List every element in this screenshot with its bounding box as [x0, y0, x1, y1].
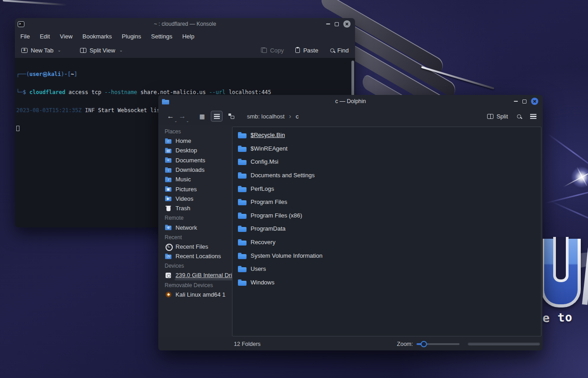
sidebar-section-header: Places	[165, 128, 232, 135]
file-name: Windows	[251, 279, 275, 286]
grid-view-icon: ▦	[199, 113, 205, 119]
maximize-button[interactable]	[522, 99, 526, 104]
dolphin-app-icon	[162, 99, 169, 104]
sidebar-section-header: Recent	[165, 234, 232, 241]
terminal-scrollbar[interactable]	[351, 61, 354, 96]
folder-icon	[238, 198, 247, 205]
menu-item[interactable]: View	[60, 33, 72, 40]
sidebar-item[interactable]: ⊕ Network	[163, 222, 232, 232]
folder-icon	[238, 132, 247, 138]
sidebar-item[interactable]: ≡ Documents	[163, 156, 232, 165]
new-tab-button[interactable]: New Tab ⌄	[21, 47, 61, 54]
sidebar-item-icon	[165, 291, 172, 298]
sidebar-item[interactable]: ↓ Downloads	[163, 165, 232, 175]
sidebar-item-label: Kali Linux amd64 1	[175, 291, 226, 298]
paste-button[interactable]: Paste	[295, 47, 318, 54]
menu-item[interactable]: File	[20, 33, 30, 40]
file-row[interactable]: Program Files	[232, 195, 541, 209]
sidebar-item-label: Network	[175, 224, 197, 231]
forward-button[interactable]: →	[176, 112, 188, 120]
sidebar-item-icon: ▤	[165, 147, 172, 154]
breadcrumb-root[interactable]: smb: localhost	[247, 113, 285, 120]
wallpaper-letter-fragment	[582, 241, 588, 305]
folder-icon	[238, 225, 247, 232]
places-panel: Places ⌂ Home ▤	[158, 125, 232, 337]
sidebar-item[interactable]: ▤ Desktop	[163, 146, 232, 155]
konsole-menubar: File Edit View Bookmarks Plugins Setting…	[15, 30, 355, 43]
disk-usage-bar	[175, 279, 232, 280]
close-button[interactable]	[343, 20, 351, 28]
chevron-down-icon: ⌄	[119, 48, 123, 52]
maximize-button[interactable]	[335, 22, 339, 26]
konsole-app-icon: >	[18, 21, 24, 27]
breadcrumb-current[interactable]: c	[296, 113, 299, 120]
file-row[interactable]: $WinREAgent	[232, 142, 541, 156]
sidebar-item[interactable]: ◷ Recent Locations	[163, 251, 232, 261]
sidebar-item[interactable]: Trash	[163, 203, 232, 213]
sidebar-item[interactable]: ▶ Videos	[163, 194, 232, 203]
desktop-wallpaper: ble to > ~ : cloudflared — Konsole File …	[0, 0, 588, 378]
file-row[interactable]: Config.Msi	[232, 155, 541, 169]
copy-button[interactable]: Copy	[261, 47, 284, 54]
dolphin-toolbar: ← → ▦ smb: localhost › c Split	[158, 108, 543, 125]
sidebar-section: Removable Devices Kali Linux amd64 1	[163, 282, 232, 299]
sidebar-item-label: Downloads	[175, 166, 204, 173]
sidebar-item-icon: ≡	[165, 156, 172, 164]
sidebar-section: Recent Recent Files	[163, 234, 232, 261]
paste-icon	[295, 47, 300, 53]
file-row[interactable]: Users	[232, 262, 541, 276]
zoom-slider[interactable]	[417, 343, 460, 345]
sidebar-section: Remote ⊕ Network	[163, 215, 232, 232]
wallpaper-letter-u	[541, 239, 581, 307]
konsole-toolbar: New Tab ⌄ Split View ⌄ Copy Paste	[15, 43, 355, 58]
file-row[interactable]: Program Files (x86)	[232, 209, 541, 222]
menu-item[interactable]: Edit	[40, 33, 50, 40]
split-view-icon	[80, 48, 86, 53]
folder-icon	[238, 252, 247, 259]
konsole-titlebar[interactable]: > ~ : cloudflared — Konsole	[15, 18, 355, 30]
sidebar-item-label: Trash	[175, 205, 190, 212]
file-row[interactable]: $Recycle.Bin	[232, 128, 541, 142]
sidebar-item[interactable]: ▣ Pictures	[163, 184, 232, 194]
minimize-button[interactable]	[326, 24, 330, 24]
file-row[interactable]: Recovery	[232, 236, 541, 249]
search-icon[interactable]	[517, 114, 521, 118]
menu-item[interactable]: Settings	[151, 33, 172, 40]
hamburger-menu-icon[interactable]	[530, 114, 536, 119]
sidebar-item[interactable]: Kali Linux amd64 1	[163, 290, 232, 299]
file-row[interactable]: Windows	[232, 276, 541, 289]
menu-item[interactable]: Help	[182, 33, 194, 40]
menu-item[interactable]: Plugins	[122, 33, 141, 40]
split-button[interactable]: Split	[487, 113, 508, 120]
sidebar-item[interactable]: 239.0 GiB Internal Drive ...	[163, 270, 232, 280]
file-row[interactable]: ProgramData	[232, 222, 541, 236]
back-button[interactable]: ←	[165, 112, 176, 120]
sidebar-item-icon	[165, 205, 172, 212]
find-button[interactable]: Find	[330, 47, 349, 54]
capacity-bar	[468, 342, 540, 345]
list-view-button[interactable]	[211, 111, 223, 122]
sidebar-item-icon	[165, 243, 172, 250]
file-name: Program Files	[251, 198, 287, 205]
close-button[interactable]	[531, 98, 538, 105]
minimize-button[interactable]	[514, 101, 518, 102]
file-row[interactable]: Documents and Settings	[232, 169, 541, 182]
sidebar-section-header: Remote	[165, 215, 232, 221]
sidebar-item[interactable]: ⌂ Home	[163, 136, 232, 146]
zoom-slider-handle[interactable]	[421, 341, 427, 347]
terminal-line-prompt1: ┌──(user㉿kali)-[~]	[16, 71, 349, 77]
chevron-down-icon: ⌄	[57, 48, 61, 52]
dolphin-titlebar[interactable]: c — Dolphin	[158, 95, 543, 108]
split-icon	[487, 114, 493, 119]
file-row[interactable]: System Volume Information	[232, 249, 541, 262]
tree-view-button[interactable]	[225, 111, 237, 122]
icons-view-button[interactable]: ▦	[196, 111, 208, 122]
file-name: $Recycle.Bin	[251, 132, 285, 138]
sidebar-item[interactable]: ♪ Music	[163, 175, 232, 184]
folder-icon	[238, 239, 247, 246]
sidebar-item[interactable]: Recent Files	[163, 242, 232, 251]
split-view-button[interactable]: Split View ⌄	[80, 47, 123, 54]
file-row[interactable]: PerfLogs	[232, 182, 541, 195]
sidebar-item-label: Recent Files	[175, 243, 208, 250]
menu-item[interactable]: Bookmarks	[82, 33, 112, 40]
